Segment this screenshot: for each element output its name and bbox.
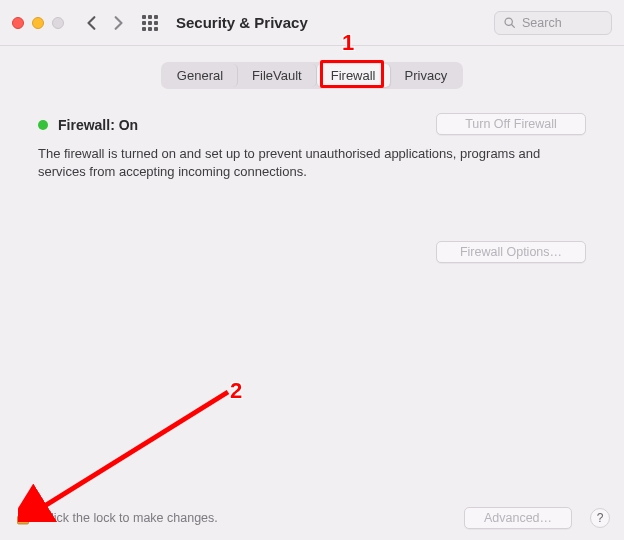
tab-group: General FileVault Firewall Privacy (161, 62, 463, 89)
forward-button[interactable] (108, 13, 128, 33)
tab-firewall[interactable]: Firewall (317, 64, 391, 87)
tab-row: General FileVault Firewall Privacy (0, 46, 624, 89)
tab-general[interactable]: General (163, 64, 238, 87)
close-window-button[interactable] (12, 17, 24, 29)
back-button[interactable] (82, 13, 102, 33)
footer: Click the lock to make changes. Advanced… (0, 496, 624, 540)
lock-icon[interactable] (14, 508, 32, 529)
advanced-button[interactable]: Advanced… (464, 507, 572, 529)
help-button[interactable]: ? (590, 508, 610, 528)
firewall-description: The firewall is turned on and set up to … (38, 145, 586, 180)
zoom-window-button[interactable] (52, 17, 64, 29)
titlebar: Security & Privacy Search (0, 0, 624, 46)
tab-filevault[interactable]: FileVault (238, 64, 317, 87)
search-field[interactable]: Search (494, 11, 612, 35)
svg-line-1 (512, 25, 515, 28)
firewall-status-label: Firewall: On (58, 117, 138, 133)
nav-back-forward (82, 13, 128, 33)
search-icon (503, 16, 516, 29)
search-placeholder: Search (522, 16, 562, 30)
svg-rect-2 (18, 516, 29, 524)
lock-hint: Click the lock to make changes. (42, 511, 218, 525)
status-indicator-icon (38, 120, 48, 130)
firewall-pane: Firewall: On Turn Off Firewall The firew… (0, 89, 624, 180)
annotation-number-2: 2 (230, 378, 242, 404)
page-title: Security & Privacy (176, 14, 308, 31)
minimize-window-button[interactable] (32, 17, 44, 29)
firewall-options-button[interactable]: Firewall Options… (436, 241, 586, 263)
turn-off-firewall-button[interactable]: Turn Off Firewall (436, 113, 586, 135)
window-controls (12, 17, 64, 29)
tab-privacy[interactable]: Privacy (391, 64, 462, 87)
svg-line-3 (38, 392, 228, 510)
show-all-prefs-button[interactable] (142, 15, 158, 31)
